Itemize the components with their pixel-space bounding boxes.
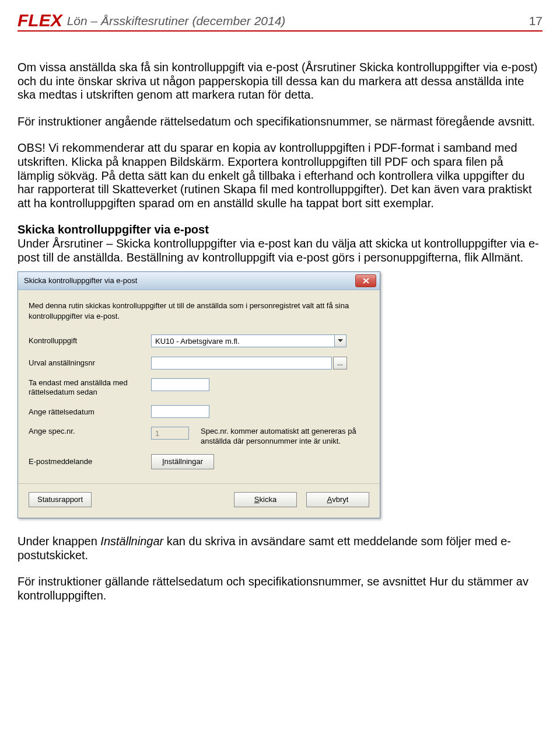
paragraph-2: För instruktioner angående rättelsedatum… xyxy=(18,115,542,129)
dialog-window: Skicka kontrolluppgifter via e-post Med … xyxy=(18,271,380,518)
chevron-down-icon xyxy=(338,339,343,343)
label-urval: Urval anställningsnr xyxy=(29,358,151,368)
close-icon xyxy=(363,278,369,284)
paragraph-6: För instruktioner gällande rättelsedatum… xyxy=(18,575,542,602)
installningar-button[interactable]: Inställningar xyxy=(151,454,214,469)
spec-note-text: Spec.nr. kommer automatiskt att generera… xyxy=(201,427,369,446)
label-ange-spec: Ange spec.nr. xyxy=(29,427,151,436)
kontrolluppgift-dropdown-button[interactable] xyxy=(335,334,346,347)
skicka-button[interactable]: Skicka xyxy=(234,492,297,507)
dialog-intro-text: Med denna rutin skickas kontrolluppgifte… xyxy=(29,301,369,321)
dialog-title: Skicka kontrolluppgifter via e-post xyxy=(24,276,137,285)
paragraph-4: Under Årsrutiner – Skicka kontrolluppgif… xyxy=(18,237,539,264)
paragraph-1: Om vissa anställda ska få sin kontrollup… xyxy=(18,61,542,102)
label-kontrolluppgift: Kontrolluppgift xyxy=(29,336,151,346)
label-ta-endast: Ta endast med anställda med rättelsedatu… xyxy=(29,378,151,396)
label-epost: E-postmeddelande xyxy=(29,457,151,466)
urval-browse-button[interactable]: ... xyxy=(333,357,347,370)
statusrapport-button[interactable]: Statusrapport xyxy=(29,492,92,507)
page-number: 17 xyxy=(529,14,542,29)
urval-input[interactable] xyxy=(151,357,332,370)
header-title: Lön – Årsskiftesrutiner (december 2014) xyxy=(67,14,286,29)
page-header: FLEX Lön – Årsskiftesrutiner (december 2… xyxy=(18,12,542,32)
ta-endast-input[interactable] xyxy=(151,378,209,391)
ange-spec-input xyxy=(151,427,189,440)
kontrolluppgift-input[interactable] xyxy=(151,334,335,347)
dialog-titlebar: Skicka kontrolluppgifter via e-post xyxy=(18,272,380,290)
ange-rattelse-input[interactable] xyxy=(151,405,209,418)
kontrolluppgift-combo[interactable] xyxy=(151,334,346,347)
paragraph-5: Under knappen Inställningar kan du skriv… xyxy=(18,535,542,562)
label-ange-rattelse: Ange rättelsedatum xyxy=(29,407,151,417)
flex-logo: FLEX xyxy=(18,12,62,29)
close-button[interactable] xyxy=(355,274,376,287)
avbryt-button[interactable]: Avbryt xyxy=(306,492,369,507)
paragraph-3: OBS! Vi rekommenderar att du sparar en k… xyxy=(18,141,542,210)
section-heading: Skicka kontrolluppgifter via e-post xyxy=(18,223,209,236)
